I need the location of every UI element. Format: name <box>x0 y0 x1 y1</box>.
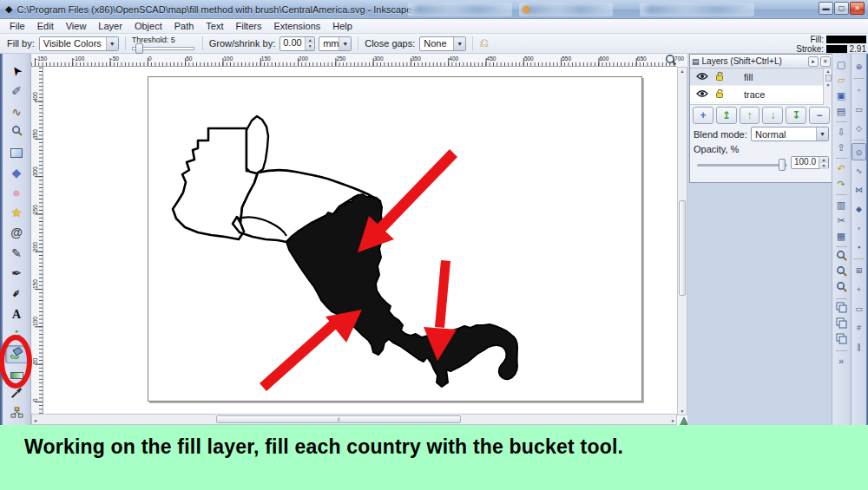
overflow-icon[interactable]: » <box>834 354 849 369</box>
raise-layer-top-button[interactable]: ↥ <box>716 107 737 124</box>
menu-file[interactable]: File <box>3 20 31 32</box>
snap-bbox-edges-icon[interactable]: ▭ <box>852 101 866 118</box>
panel-menu-icon[interactable]: ▸ <box>808 56 819 67</box>
spray-tool[interactable]: ∴ <box>5 325 28 343</box>
import-icon[interactable]: ⇩ <box>834 125 849 140</box>
spin-up-icon[interactable]: ▲ <box>306 37 314 44</box>
vertical-ruler[interactable]: 400350300250200150100500 <box>31 67 43 414</box>
unlink-clone-icon[interactable] <box>834 333 849 348</box>
redo-icon[interactable]: ↷ <box>834 177 849 192</box>
layer-visibility-eye-icon[interactable] <box>694 89 711 100</box>
snap-guides-icon[interactable]: ∥ <box>852 338 866 356</box>
horizontal-scroll-thumb[interactable]: ⦀ <box>216 415 461 423</box>
spin-up-icon[interactable]: ▲ <box>819 157 828 163</box>
scroll-up-icon[interactable]: ▲ <box>678 69 687 74</box>
menu-object[interactable]: Object <box>128 20 168 32</box>
delete-layer-button[interactable]: − <box>809 107 830 124</box>
minimize-button[interactable]: ▬ <box>819 2 833 15</box>
snap-enabled-icon[interactable]: ⊕ <box>852 58 866 75</box>
snap-bbox-corners-icon[interactable]: ◇ <box>852 120 866 137</box>
close-gaps-dropdown[interactable]: None ▼ <box>419 36 466 51</box>
snap-object-centers-icon[interactable]: ⊞ <box>852 262 866 279</box>
paint-bucket-tool[interactable] <box>5 345 28 363</box>
menu-layer[interactable]: Layer <box>92 20 128 32</box>
menu-edit[interactable]: Edit <box>31 20 60 32</box>
export-icon[interactable]: ⇧ <box>834 140 849 155</box>
pencil-tool[interactable]: ✎ <box>5 245 28 263</box>
add-layer-button[interactable]: + <box>693 107 713 124</box>
drawing-canvas[interactable] <box>43 67 677 415</box>
node-editor-tool[interactable]: ✐ <box>5 82 28 101</box>
maximize-button[interactable]: ▢ <box>834 2 849 15</box>
vertical-scrollbar[interactable]: ▲ ▼ <box>677 67 687 415</box>
layer-row-trace[interactable]: trace <box>690 86 832 103</box>
cut-icon[interactable]: ✂ <box>834 213 849 228</box>
opacity-slider-thumb[interactable] <box>779 159 786 171</box>
text-tool[interactable]: A <box>5 305 28 323</box>
zoom-tool[interactable] <box>5 123 28 141</box>
gradient-tool[interactable] <box>5 366 28 384</box>
menu-path[interactable]: Path <box>168 20 201 32</box>
close-button[interactable]: ✕ <box>850 2 865 15</box>
selector-tool[interactable]: ➤ <box>5 62 28 81</box>
scroll-right-icon[interactable]: ▸ <box>672 417 674 423</box>
menu-extensions[interactable]: Extensions <box>267 20 326 32</box>
save-document-icon[interactable]: ▣ <box>834 88 849 103</box>
zoom-to-page-icon[interactable] <box>834 281 849 296</box>
pen-tool[interactable]: ✒ <box>5 265 28 283</box>
layer-visibility-eye-icon[interactable] <box>694 72 711 82</box>
spin-down-icon[interactable]: ▼ <box>306 43 314 50</box>
create-clone-icon[interactable] <box>834 317 849 332</box>
snap-grids-icon[interactable]: # <box>852 319 866 336</box>
menu-help[interactable]: Help <box>326 20 358 32</box>
horizontal-scrollbar[interactable]: ◂ ⦀ ▸ <box>31 414 677 425</box>
ellipse-tool[interactable]: ● <box>5 184 28 202</box>
print-document-icon[interactable]: ▤ <box>834 104 849 119</box>
menu-filters[interactable]: Filters <box>230 20 268 32</box>
snap-page-border-icon[interactable]: ▭ <box>852 300 866 317</box>
raise-layer-button[interactable]: ↑ <box>740 107 760 124</box>
snap-rotation-centers-icon[interactable]: + <box>852 281 866 298</box>
zoom-to-selection-icon[interactable] <box>834 250 849 265</box>
grow-shrink-input[interactable]: 0.00 ▲▼ <box>279 36 315 51</box>
menu-view[interactable]: View <box>60 20 93 32</box>
paste-icon[interactable]: ▦ <box>834 229 849 244</box>
duplicate-icon[interactable] <box>834 302 849 317</box>
lower-layer-button[interactable]: ↓ <box>762 107 783 124</box>
open-document-icon[interactable]: ▱ <box>834 73 849 88</box>
layer-row-fill[interactable]: fill <box>690 69 832 86</box>
dropper-tool[interactable] <box>5 386 28 404</box>
rectangle-tool[interactable] <box>5 143 28 161</box>
unit-dropdown[interactable]: mm ▼ <box>319 36 352 51</box>
snap-cusp-nodes-icon[interactable]: ◆ <box>852 200 866 218</box>
reset-defaults-icon[interactable]: ⎌ <box>479 36 488 50</box>
snap-path-intersections-icon[interactable]: ⋈ <box>852 181 866 199</box>
menu-text[interactable]: Text <box>200 20 229 32</box>
star-tool[interactable]: ★ <box>5 204 28 222</box>
layer-unlocked-icon[interactable] <box>711 71 728 83</box>
threshold-slider-thumb[interactable] <box>135 43 143 54</box>
fill-color-swatch[interactable] <box>826 36 866 43</box>
box-3d-tool[interactable]: ◆ <box>5 164 28 182</box>
vertical-scroll-thumb[interactable] <box>679 200 686 296</box>
snap-nodes-icon[interactable]: ⊙ <box>852 143 866 160</box>
horizontal-ruler[interactable]: -150-100-5005010015020025030035040045050… <box>31 56 677 67</box>
snap-midpoints-icon[interactable]: ▪ <box>852 238 866 256</box>
scroll-down-icon[interactable]: ▼ <box>678 408 687 414</box>
lower-layer-bottom-button[interactable]: ↧ <box>786 107 806 124</box>
snap-paths-icon[interactable]: ∿ <box>852 162 866 180</box>
zoom-to-drawing-icon[interactable] <box>834 265 849 280</box>
scroll-left-icon[interactable]: ◂ <box>34 417 36 423</box>
calligraphy-tool[interactable]: ✒ <box>5 284 28 303</box>
spiral-tool[interactable]: @ <box>5 224 28 242</box>
layer-unlocked-icon[interactable] <box>711 88 728 101</box>
threshold-slider[interactable] <box>132 47 194 50</box>
snap-smooth-nodes-icon[interactable]: ∘ <box>852 219 866 237</box>
stroke-color-swatch[interactable] <box>826 45 847 53</box>
undo-icon[interactable]: ↶ <box>834 161 849 176</box>
connector-tool[interactable] <box>5 406 28 424</box>
tweak-tool[interactable]: ∿ <box>5 103 28 121</box>
copy-icon[interactable]: ▥ <box>834 198 849 212</box>
opacity-slider[interactable] <box>697 164 787 167</box>
new-document-icon[interactable]: ▢ <box>834 57 849 72</box>
